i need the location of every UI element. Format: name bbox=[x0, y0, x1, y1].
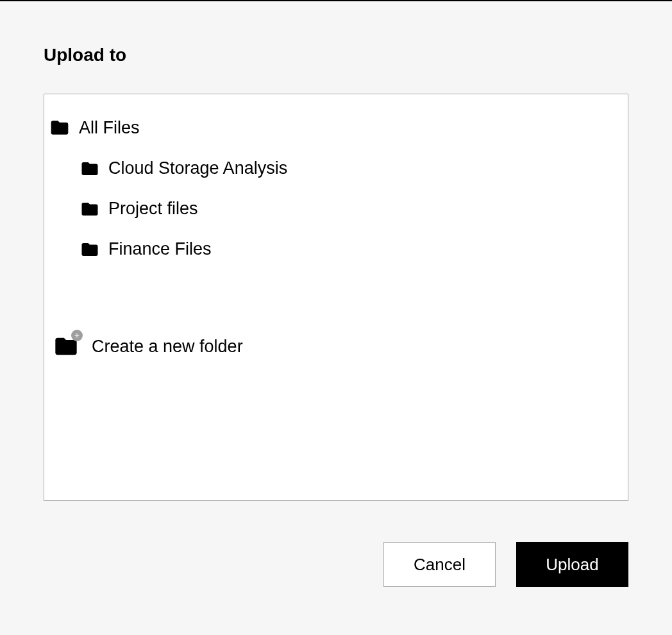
folder-item-finance-files[interactable]: Finance Files bbox=[80, 235, 623, 263]
folder-icon bbox=[80, 159, 99, 178]
dialog-title: Upload to bbox=[44, 45, 628, 65]
create-folder-label: Create a new folder bbox=[92, 337, 243, 357]
folder-tree-panel: All Files Cloud Storage Analysis Project… bbox=[44, 94, 628, 501]
folder-label: All Files bbox=[79, 118, 140, 138]
dialog-button-row: Cancel Upload bbox=[44, 542, 628, 587]
plus-badge-icon bbox=[71, 330, 83, 341]
folder-icon bbox=[49, 117, 70, 138]
cancel-button[interactable]: Cancel bbox=[383, 542, 496, 587]
create-new-folder-button[interactable]: Create a new folder bbox=[53, 334, 623, 359]
folder-label: Project files bbox=[108, 199, 198, 219]
upload-button[interactable]: Upload bbox=[516, 542, 628, 587]
folder-item-project-files[interactable]: Project files bbox=[80, 195, 623, 223]
folder-label: Cloud Storage Analysis bbox=[108, 158, 287, 178]
folder-item-cloud-storage-analysis[interactable]: Cloud Storage Analysis bbox=[80, 155, 623, 182]
folder-icon bbox=[80, 199, 99, 219]
folder-label: Finance Files bbox=[108, 239, 212, 259]
folder-plus-icon bbox=[53, 334, 79, 359]
folder-tree: All Files Cloud Storage Analysis Project… bbox=[49, 114, 623, 263]
folder-item-all-files[interactable]: All Files bbox=[49, 114, 623, 142]
folder-icon bbox=[80, 240, 99, 259]
